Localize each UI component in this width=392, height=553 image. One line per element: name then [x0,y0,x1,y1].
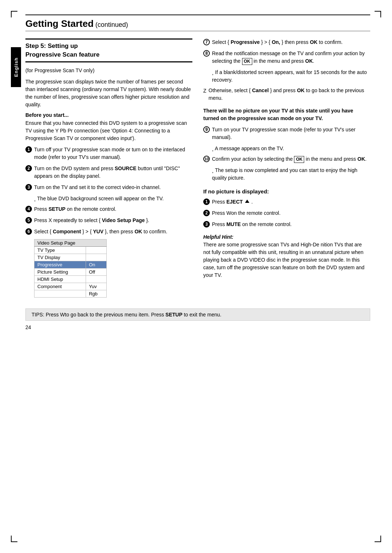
menu-cell-picturesetting-value: Off [86,268,106,275]
left-step-2: 2 Turn on the DVD system and press SOURC… [25,165,192,180]
corner-mark-bl [11,536,17,542]
tips-bar: TIPS: Press Wto go back to the previous … [25,308,370,321]
step-num-6: 6 [25,228,32,235]
left-step-3-subnote: The blue DVD background screen will appe… [34,195,192,202]
helpful-hint: Helpful Hint: There are some progressive… [203,233,370,279]
for-text: (for Progressive Scan TV only) [25,67,192,74]
menu-cell-component-label: Component [34,283,86,290]
no-picture-section: If no picture is displayed: 1 Press EJEC… [203,188,370,228]
menu-cell-tvdisplay-value [86,254,106,261]
left-step-4: 4 Press SETUP on the remote control. [25,205,192,213]
no-pic-step-num-3: 3 [203,221,210,228]
step-num-7: 7 [203,39,210,45]
step-num-5: 5 [25,217,32,224]
menu-cell-hdmisetup-value [86,275,106,283]
no-pic-step-2: 2 Press Won the remote control. [203,209,370,217]
menu-cell-tvtype-value [86,246,106,254]
menu-cell-progressive-value: On [86,261,106,268]
helpful-hint-label: Helpful Hint: [203,234,233,240]
menu-row-progressive: Progressive On [34,261,107,268]
left-step-5-text: Press X repeatedly to select { Video Set… [34,217,192,224]
before-start-text: Ensure that you have connected this DVD … [25,119,192,142]
menu-cell-picturesetting-label: Picture Setting [34,268,86,275]
menu-cell-tvtype-label: TV Type [34,246,86,254]
page-header: Getting Started (continued) [25,15,370,31]
menu-row-hdmisetup: HDMI Setup [34,275,107,283]
step-num-3: 3 [25,184,32,191]
right-step-9-subnote: A message appears on the TV. [212,145,370,152]
menu-row-tvtype: TV Type [34,246,107,254]
menu-cell-rgb-label [34,290,86,297]
menu-table-header: Video Setup Page [34,239,107,246]
corner-mark-tl [11,11,17,17]
two-column-layout: Step 5: Setting up Progressive Scan feat… [25,38,370,298]
right-step-7: 7 Select { Progressive } > { On, } then … [203,38,370,46]
sidebar-language: English [11,47,21,87]
menu-cell-component-value: Yuv [86,283,106,290]
tips-text: TIPS: Press Wto go back to the previous … [32,312,221,318]
left-column: Step 5: Setting up Progressive Scan feat… [25,38,192,298]
step-num-8: 8 [203,50,210,57]
no-pic-step-num-1: 1 [203,198,210,205]
no-pic-step-3: 3 Press MUTE on the remote control. [203,221,370,228]
left-step-6: 6 Select { Component } > { YUV }, then p… [25,228,192,235]
sidebar-language-label: English [13,57,19,77]
important-note: There will be no picture on your TV at t… [203,107,370,122]
menu-row-tvdisplay: TV Display [34,254,107,261]
corner-mark-br [375,536,381,542]
left-step-3: 3 Turn on the TV and set it to the corre… [25,184,192,191]
before-start-label: Before you start... [25,112,192,118]
no-picture-heading: If no picture is displayed: [203,188,370,194]
no-pic-step-1: 1 Press EJECT . [203,198,370,206]
step-heading: Step 5: Setting up Progressive Scan feat… [25,42,192,59]
menu-cell-progressive-label: Progressive [34,261,86,268]
left-step-1: 1 Turn off your TV progressive scan mode… [25,146,192,161]
left-step-6-text: Select { Component } > { YUV }, then pre… [34,228,192,235]
left-step-3-text: Turn on the TV and set it to the correct… [34,184,192,191]
menu-row-picturesetting: Picture Setting Off [34,268,107,275]
right-step-8-text: Read the notification message on the TV … [212,50,370,65]
step-num-10: 10 [203,156,210,162]
right-step-10-text: Confirm your action by selecting the OK … [212,155,370,163]
intro-text: The progressive scan displays twice the … [25,78,192,108]
step-num-4: 4 [25,206,32,212]
page-title: Getting Started (continued) [25,18,370,29]
step-z-label: Z [203,87,207,95]
menu-table: Video Setup Page TV Type TV Display Prog… [34,239,107,298]
left-step-5: 5 Press X repeatedly to select { Video S… [25,217,192,224]
header-divider [25,31,370,31]
left-step-1-text: Turn off your TV progressive scan mode o… [34,146,192,161]
right-step-8-subnote: If a blank/distorted screen appears, wai… [212,69,370,84]
no-pic-step-num-2: 2 [203,210,210,216]
right-step-8: 8 Read the notification message on the T… [203,50,370,65]
right-step-10: 10 Confirm your action by selecting the … [203,155,370,163]
menu-row-rgb: Rgb [34,290,107,297]
right-step-9: 9 Turn on your TV progressive scan mode … [203,126,370,141]
page-number: 24 [25,324,392,330]
step-num-9: 9 [203,126,210,133]
ok-box-1: OK [242,58,252,65]
no-pic-step-1-text: Press EJECT . [212,198,370,206]
right-step-7-text: Select { Progressive } > { On, } then pr… [212,38,370,46]
right-step-z: Z Otherwise, select { Cancel } and press… [203,87,370,102]
main-content: Getting Started (continued) Step 5: Sett… [25,11,370,298]
right-step-10-subnote: The setup is now completed and you can s… [212,167,370,182]
no-pic-step-2-text: Press Won the remote control. [212,209,370,217]
menu-table-header-label: Video Setup Page [34,239,107,246]
right-step-z-text: Otherwise, select { Cancel } and press O… [209,87,370,102]
step-num-2: 2 [25,165,32,172]
right-column: 7 Select { Progressive } > { On, } then … [203,38,370,298]
corner-mark-tr [375,11,381,17]
menu-row-component: Component Yuv [34,283,107,290]
ok-box-2: OK [294,156,304,163]
helpful-hint-text: There are some progressive scan TVs and … [203,242,364,278]
eject-triangle-icon [245,200,249,203]
step-num-1: 1 [25,146,32,153]
menu-cell-rgb-value: Rgb [86,290,106,297]
menu-cell-hdmisetup-label: HDMI Setup [34,275,86,283]
menu-cell-tvdisplay-label: TV Display [34,254,86,261]
left-step-2-text: Turn on the DVD system and press SOURCE … [34,165,192,180]
right-step-9-text: Turn on your TV progressive scan mode (r… [212,126,370,141]
left-step-4-text: Press SETUP on the remote control. [34,205,192,213]
no-pic-step-3-text: Press MUTE on the remote control. [212,221,370,228]
